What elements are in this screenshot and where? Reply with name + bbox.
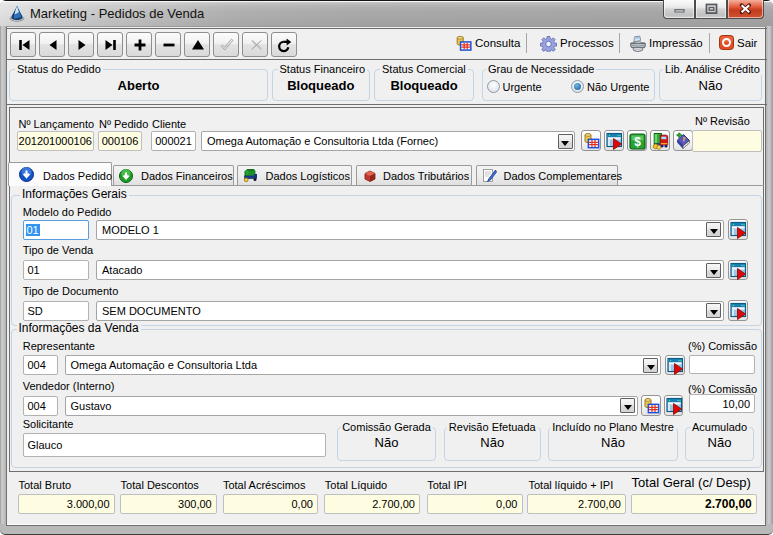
svg-text:$: $: [634, 135, 641, 149]
